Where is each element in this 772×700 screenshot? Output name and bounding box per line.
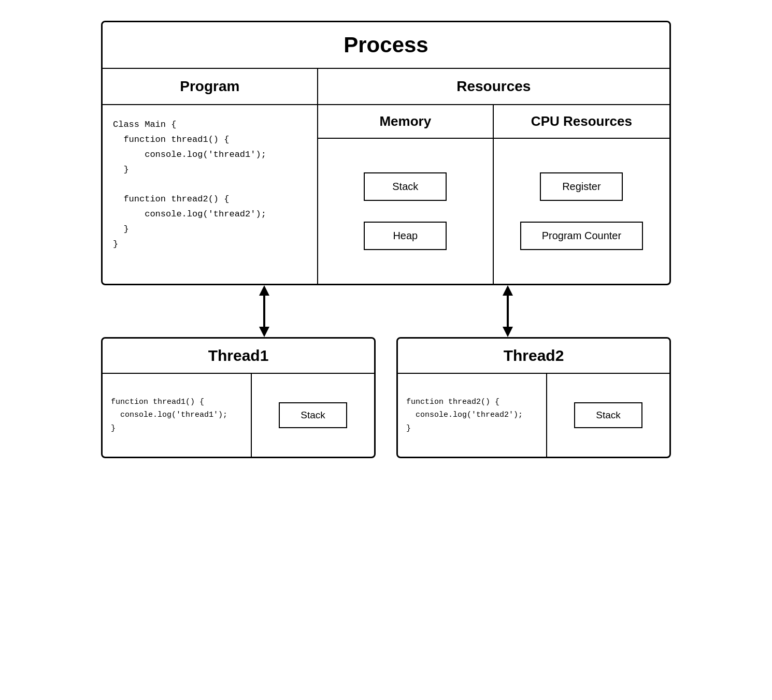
memory-column: Memory Stack Heap bbox=[318, 105, 494, 285]
program-header: Program bbox=[103, 69, 317, 105]
resources-header: Resources bbox=[318, 69, 669, 105]
thread2-box: Thread2 function thread2() { console.log… bbox=[396, 337, 671, 458]
thread2-title: Thread2 bbox=[398, 339, 669, 374]
thread2-code: function thread2() { console.log('thread… bbox=[398, 374, 547, 457]
svg-marker-0 bbox=[259, 285, 269, 296]
threads-row: Thread1 function thread1() { console.log… bbox=[101, 337, 671, 458]
process-title: Process bbox=[103, 22, 669, 69]
stack-box-process: Stack bbox=[364, 172, 447, 201]
arrows-row bbox=[101, 285, 671, 337]
svg-rect-4 bbox=[507, 296, 509, 327]
memory-content: Stack Heap bbox=[318, 139, 493, 284]
thread1-content: function thread1() { console.log('thread… bbox=[103, 374, 374, 457]
program-column: Program Class Main { function thread1() … bbox=[103, 69, 318, 284]
arrow-thread2 bbox=[500, 285, 516, 337]
heap-box-process: Heap bbox=[364, 222, 447, 250]
program-code: Class Main { function thread1() { consol… bbox=[103, 105, 317, 265]
program-counter-box: Program Counter bbox=[520, 222, 643, 250]
thread1-title: Thread1 bbox=[103, 339, 374, 374]
diagram-container: Process Program Class Main { function th… bbox=[101, 21, 671, 458]
svg-marker-3 bbox=[503, 285, 513, 296]
cpu-header: CPU Resources bbox=[494, 105, 669, 139]
svg-marker-2 bbox=[259, 327, 269, 337]
thread2-stack-box: Stack bbox=[574, 402, 642, 428]
resources-column: Resources Memory Stack Heap CPU Resource… bbox=[318, 69, 669, 284]
thread1-stack-box: Stack bbox=[279, 402, 347, 428]
thread2-content: function thread2() { console.log('thread… bbox=[398, 374, 669, 457]
thread2-stack-col: Stack bbox=[547, 374, 669, 457]
cpu-column: CPU Resources Register Program Counter bbox=[494, 105, 669, 285]
arrow-thread2-svg bbox=[500, 285, 516, 337]
arrow-thread1 bbox=[256, 285, 272, 337]
thread1-code: function thread1() { console.log('thread… bbox=[103, 374, 252, 457]
svg-rect-1 bbox=[263, 296, 265, 327]
svg-marker-5 bbox=[503, 327, 513, 337]
thread1-box: Thread1 function thread1() { console.log… bbox=[101, 337, 376, 458]
cpu-content: Register Program Counter bbox=[494, 139, 669, 284]
process-columns: Program Class Main { function thread1() … bbox=[103, 69, 669, 284]
resources-inner: Memory Stack Heap CPU Resources Register… bbox=[318, 105, 669, 285]
thread1-stack-col: Stack bbox=[252, 374, 374, 457]
memory-header: Memory bbox=[318, 105, 493, 139]
process-box: Process Program Class Main { function th… bbox=[101, 21, 671, 285]
arrow-thread1-svg bbox=[256, 285, 272, 337]
register-box: Register bbox=[540, 172, 623, 201]
